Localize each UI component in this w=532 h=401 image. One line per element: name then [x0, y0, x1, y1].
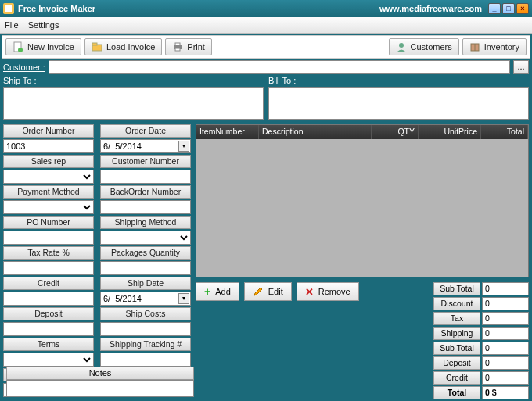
close-button[interactable]: × — [516, 3, 529, 14]
calendar-icon[interactable]: ▾ — [178, 141, 189, 152]
menu-file[interactable]: File — [5, 20, 19, 30]
menubar: File Settings — [0, 17, 532, 34]
terms-label: Terms — [3, 338, 94, 351]
svg-rect-8 — [175, 48, 180, 51]
credit-tot-value: 0 — [482, 371, 529, 385]
new-invoice-label: New Invoice — [27, 42, 74, 52]
inventory-button[interactable]: Inventory — [462, 38, 527, 55]
load-invoice-label: Load Invoice — [106, 42, 155, 52]
load-invoice-button[interactable]: Load Invoice — [84, 38, 162, 55]
billto-label: Bill To : — [268, 76, 529, 85]
credit-input[interactable] — [3, 292, 94, 306]
ship-date-label: Ship Date — [100, 277, 191, 290]
print-icon — [172, 41, 183, 52]
svg-rect-7 — [175, 43, 180, 45]
site-link[interactable]: www.mediafreeware.com — [379, 4, 482, 13]
order-number-label: Order Number — [3, 124, 94, 138]
add-item-button[interactable]: + Add — [196, 282, 239, 301]
order-date-input[interactable] — [100, 139, 191, 153]
customers-label: Customers — [411, 42, 452, 52]
svg-point-3 — [18, 48, 23, 52]
window-title: Free Invoice Maker — [18, 4, 379, 13]
tax-rate-label: Tax Rate % — [3, 246, 94, 260]
col-description[interactable]: Description — [259, 125, 372, 139]
order-number-input[interactable] — [3, 139, 94, 153]
customers-button[interactable]: Customers — [389, 38, 459, 55]
customer-number-input[interactable] — [100, 170, 191, 184]
customer-input[interactable] — [49, 60, 510, 74]
load-invoice-icon — [92, 41, 102, 52]
col-qty[interactable]: QTY — [372, 125, 419, 139]
deposit-tot-value: 0 — [482, 356, 529, 370]
toolbar: New Invoice Load Invoice Print Customers… — [2, 35, 530, 59]
order-date-label: Order Date — [100, 124, 191, 138]
new-invoice-button[interactable]: New Invoice — [5, 38, 81, 55]
shipto-input[interactable] — [3, 87, 264, 120]
credit-label: Credit — [3, 277, 94, 290]
menu-settings[interactable]: Settings — [28, 20, 59, 30]
notes-input[interactable] — [6, 380, 194, 397]
deposit-tot-label: Deposit — [433, 356, 480, 370]
svg-rect-1 — [5, 5, 12, 12]
discount-label: Discount — [433, 297, 480, 310]
col-unitprice[interactable]: UnitPrice — [419, 125, 481, 139]
app-icon — [3, 3, 14, 14]
inventory-icon — [469, 41, 480, 52]
packages-qty-input[interactable] — [100, 261, 191, 275]
customer-row: Customer : ... — [3, 60, 529, 74]
x-icon: ✕ — [305, 286, 314, 298]
customer-label: Customer : — [3, 63, 45, 72]
new-invoice-icon — [13, 41, 23, 52]
pencil-icon — [253, 286, 264, 297]
ship-costs-input[interactable] — [100, 322, 191, 336]
payment-method-select[interactable] — [3, 200, 94, 214]
ship-date-input[interactable] — [100, 292, 191, 306]
shipto-label: Ship To : — [3, 76, 264, 85]
totals-panel: Sub Total 0 Discount 0 Tax 0 Shipping 0 … — [433, 282, 529, 399]
backorder-input[interactable] — [100, 200, 191, 214]
total-value: 0 $ — [482, 386, 529, 399]
sales-rep-label: Sales rep — [3, 155, 94, 168]
plus-icon: + — [204, 285, 210, 298]
col-total[interactable]: Total — [481, 125, 528, 139]
shipping-value: 0 — [482, 327, 529, 340]
subtotal2-label: Sub Total — [433, 342, 480, 355]
edit-item-button[interactable]: Edit — [244, 282, 292, 301]
maximize-button[interactable]: □ — [502, 3, 515, 14]
customers-icon — [396, 41, 407, 52]
add-label: Add — [215, 287, 231, 296]
titlebar: Free Invoice Maker www.mediafreeware.com… — [0, 0, 532, 17]
shipping-label: Shipping — [433, 327, 480, 340]
po-number-input[interactable] — [3, 231, 94, 245]
backorder-label: BackOrder Number — [100, 185, 191, 199]
po-number-label: PO Number — [3, 216, 94, 229]
print-button[interactable]: Print — [165, 38, 212, 55]
payment-method-label: Payment Method — [3, 185, 94, 199]
subtotal2-value: 0 — [482, 342, 529, 355]
svg-rect-5 — [92, 43, 97, 45]
sales-rep-select[interactable] — [3, 170, 94, 184]
total-label: Total — [433, 386, 480, 399]
customer-more-button[interactable]: ... — [513, 60, 529, 74]
ship-costs-label: Ship Costs — [100, 307, 191, 320]
deposit-label: Deposit — [3, 307, 94, 320]
svg-point-9 — [399, 43, 404, 48]
subtotal-label: Sub Total — [433, 282, 480, 295]
billto-input[interactable] — [268, 87, 529, 120]
remove-item-button[interactable]: ✕ Remove — [297, 282, 359, 301]
tax-rate-input[interactable] — [3, 261, 94, 275]
calendar-icon[interactable]: ▾ — [178, 293, 189, 304]
shipping-method-label: Shipping Method — [100, 216, 191, 229]
subtotal-value: 0 — [482, 282, 529, 295]
minimize-button[interactable]: _ — [488, 3, 501, 14]
edit-label: Edit — [268, 287, 283, 296]
discount-value: 0 — [482, 297, 529, 310]
items-grid[interactable]: ItemNumber Description QTY UnitPrice Tot… — [196, 124, 529, 277]
credit-tot-label: Credit — [433, 371, 480, 385]
tax-label: Tax — [433, 312, 480, 325]
remove-label: Remove — [318, 287, 350, 296]
col-itemnumber[interactable]: ItemNumber — [196, 125, 259, 139]
shipping-method-select[interactable] — [100, 231, 191, 245]
deposit-input[interactable] — [3, 322, 94, 336]
shipping-tracking-label: Shipping Tracking # — [100, 338, 191, 351]
